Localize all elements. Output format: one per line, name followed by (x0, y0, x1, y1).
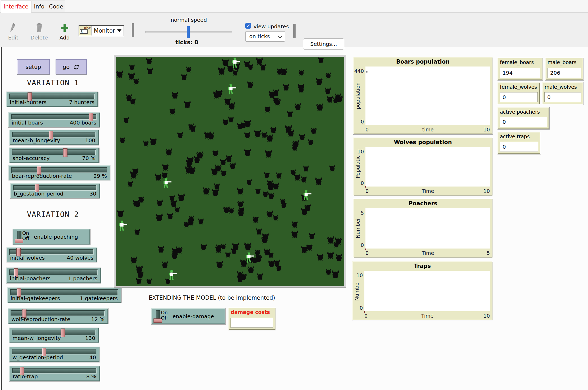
y-axis-label: Numbei (355, 208, 361, 249)
plot-pen-dot (365, 249, 366, 250)
hunter-agent (164, 178, 171, 189)
speed-slider-handle[interactable] (187, 26, 190, 38)
boar-agent (233, 70, 238, 76)
plot-canvas (365, 208, 490, 249)
slider-groove[interactable] (12, 330, 96, 335)
boar-agent (316, 103, 323, 111)
toolbar-separator (132, 23, 134, 37)
boar-agent (254, 130, 261, 138)
slider-initial-gatekeepers[interactable]: initial-gatekeepers1 gatekeepers (7, 287, 121, 303)
slider-groove[interactable] (9, 94, 95, 99)
slider-mean-w_longevity[interactable]: mean-w_longevity130 (9, 327, 99, 343)
boar-agent (274, 260, 280, 266)
boar-agent (143, 140, 149, 147)
slider-initial-poachers[interactable]: initial-poachers1 poachers (6, 267, 101, 283)
settings-button[interactable]: Settings... (303, 38, 344, 50)
boar-agent (212, 189, 219, 196)
widget-chooser[interactable]: abc 5 Monitor (79, 25, 124, 36)
boar-agent (186, 67, 191, 73)
slider-groove[interactable] (12, 368, 97, 374)
slider-groove[interactable] (12, 149, 96, 155)
tab-interface[interactable]: Interface (1, 1, 31, 13)
boar-agent (265, 106, 270, 112)
boar-agent (301, 246, 308, 253)
boar-agent (162, 172, 168, 179)
boar-agent (221, 243, 226, 249)
boar-agent (247, 179, 252, 185)
world-view[interactable] (116, 57, 344, 286)
slider-b_gestation-period[interactable]: b_gestation-period30 (10, 183, 100, 198)
toolbar: Edit Delete Add abc 5 Monitor normal spe… (0, 13, 588, 47)
boar-agent (171, 92, 178, 99)
plot-pen-dot (366, 71, 368, 73)
x-axis-label: Time (365, 188, 490, 194)
add-button[interactable]: Add (54, 21, 75, 41)
slider-groove[interactable] (11, 114, 97, 120)
switch-label: enable-damage (173, 308, 223, 324)
enable-damage-switch[interactable]: On Off enable-damage (151, 308, 225, 324)
slider-shot-accuracy[interactable]: shot-accuracy70 % (9, 147, 99, 163)
view-updates-label: view updates (254, 23, 289, 30)
setup-button[interactable]: setup (17, 59, 50, 74)
slider-initial-wolves[interactable]: initial-wolves40 wolves (6, 247, 97, 263)
tab-info[interactable]: Info (31, 1, 47, 12)
enable-poaching-switch[interactable]: On Off enable-poaching (12, 229, 90, 245)
x-axis-label: Time (364, 313, 490, 319)
slider-groove[interactable] (11, 167, 107, 173)
slider-groove[interactable] (9, 249, 94, 255)
slider-mean-b_longevity[interactable]: mean-b_longevity100 (9, 130, 99, 145)
slider-initial-boars[interactable]: initial-boars400 boars (8, 112, 100, 127)
slider-groove[interactable] (12, 349, 96, 354)
boar-agent (169, 108, 175, 115)
boar-agent (326, 269, 332, 275)
forever-icon (73, 64, 80, 70)
hunter-agent (119, 221, 127, 231)
y-axis-label: Numbei (354, 271, 360, 311)
boar-agent (269, 90, 276, 98)
slider-groove[interactable] (10, 289, 118, 295)
plot-title: Poachers (353, 200, 492, 207)
boar-agent (260, 64, 266, 71)
monitor-active-poachers: active poachers0 (497, 107, 549, 129)
switch-label: enable-poaching (34, 229, 88, 245)
boar-agent (150, 138, 157, 145)
boar-agent (265, 150, 272, 158)
boar-agent (257, 273, 263, 280)
boar-agent (225, 252, 230, 258)
boar-agent (255, 188, 261, 194)
slider-wolf-reproduction-rate[interactable]: wolf-reproduction-rate12 % (8, 308, 108, 324)
slider-initial-hunters[interactable]: initial-hunters7 hunters (6, 91, 98, 107)
monitor-label: active traps (500, 134, 530, 139)
boar-agent (212, 150, 219, 157)
edit-button[interactable]: Edit (3, 21, 24, 41)
update-mode-dropdown[interactable]: on ticks (245, 31, 285, 42)
view-updates-checkbox[interactable]: ✓ (245, 23, 251, 29)
slider-value: 1 poachers (68, 275, 97, 282)
slider-value: 1 gatekeepers (80, 295, 118, 302)
boar-agent (223, 119, 228, 125)
boar-agent (181, 74, 187, 80)
speed-slider-label: normal speed (171, 17, 207, 23)
monitor-male_boars: male_boars206 (545, 57, 584, 80)
slider-groove[interactable] (9, 269, 98, 275)
delete-button[interactable]: Delete (29, 21, 50, 41)
plot-title: Boars population (353, 59, 492, 65)
slider-groove[interactable] (12, 132, 96, 138)
slider-value: 100 (85, 137, 95, 144)
boar-agent (263, 191, 268, 197)
boar-agent (162, 261, 168, 268)
tab-code[interactable]: Code (47, 1, 65, 12)
boar-agent (146, 278, 152, 285)
go-button[interactable]: go (56, 59, 87, 74)
boar-agent (327, 251, 334, 259)
slider-groove[interactable] (13, 185, 97, 191)
slider-value: 40 (89, 354, 96, 361)
monitor-value: 206 (547, 68, 581, 78)
slider-ratio-trap[interactable]: ratio-trap8 % (9, 366, 100, 381)
x-axis-label: time (365, 127, 490, 132)
slider-boar-reproduction-rate[interactable]: boar-reproduction-rate29 % (8, 165, 111, 181)
boar-agent (170, 200, 177, 207)
slider-w_gestation-period[interactable]: w_gestation-period40 (9, 347, 100, 362)
boar-agent (283, 84, 289, 91)
tab-bar: Interface Info Code (0, 0, 588, 13)
